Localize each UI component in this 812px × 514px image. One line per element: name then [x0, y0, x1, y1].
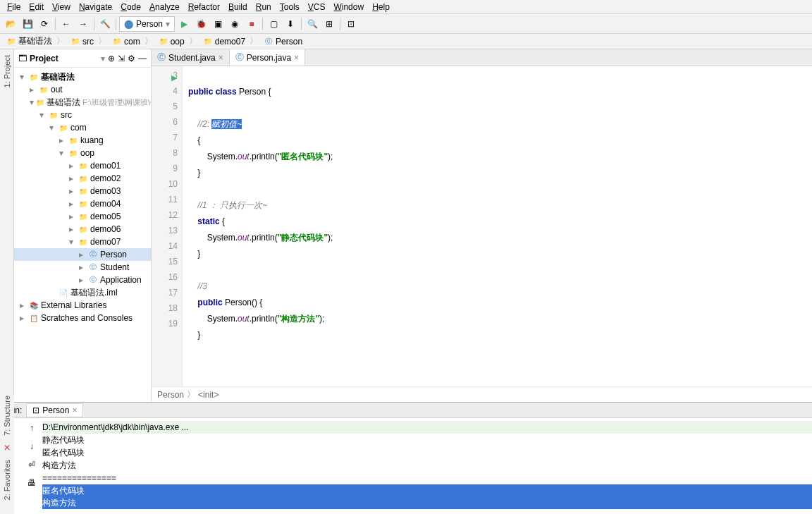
open-file-icon[interactable]: 📂	[3, 16, 18, 32]
tree-基础语法.iml[interactable]: 📄基础语法.iml	[14, 286, 151, 299]
run-config-selector[interactable]: ⬤Person▾	[119, 16, 175, 32]
tree-Person[interactable]: ▸ⒸPerson	[14, 248, 151, 261]
tree-Application[interactable]: ▸ⒸApplication	[14, 274, 151, 286]
menu-navigate[interactable]: Navigate	[75, 1, 116, 13]
tree-demo02[interactable]: ▸📁demo02	[14, 172, 151, 185]
run-tool-window: Run: ⊡ Person × ▶ ■ ⏸ ⊠ ⊟ 🗑 ↑ ↓ ⏎ 🖶 D:\E…	[0, 402, 812, 514]
nav-breadcrumb: 📁基础语法📁src📁com📁oop📁demo07ⒸPerson	[0, 34, 812, 49]
tab-Person.java[interactable]: ⒸPerson.java ×	[230, 49, 305, 66]
structure-tool-tab[interactable]: 7: Structure	[3, 396, 11, 436]
run-tab[interactable]: ⊡ Person ×	[26, 403, 83, 417]
close-icon[interactable]: ✕	[4, 443, 11, 453]
file-icon: Ⓒ	[235, 51, 244, 63]
down-icon[interactable]: ↓	[25, 439, 39, 453]
target-icon[interactable]: ⊕	[108, 54, 115, 63]
project-tool-tab[interactable]: 1: Project	[3, 55, 11, 87]
menu-vcs[interactable]: VCS	[304, 1, 330, 13]
tree-demo07[interactable]: ▾📁demo07	[14, 235, 151, 248]
menu-code[interactable]: Code	[116, 1, 145, 13]
close-icon[interactable]: ×	[219, 53, 223, 63]
tree-kuang[interactable]: ▸📁kuang	[14, 134, 151, 147]
more-icon[interactable]: ⊡	[343, 16, 359, 32]
tree-com[interactable]: ▾📁com	[14, 121, 151, 134]
menu-analyze[interactable]: Analyze	[145, 1, 184, 13]
tree-demo01[interactable]: ▸📁demo01	[14, 159, 151, 172]
tab-Student.java[interactable]: ⒸStudent.java ×	[152, 49, 230, 66]
console-output[interactable]: D:\Environment\jdk8\jdk\bin\java.exe ...…	[42, 418, 812, 514]
toolbar: 📂 💾 ⟳ ← → 🔨 ⬤Person▾ ▶ 🐞 ▣ ◉ ■ ▢ ⬇ 🔍 ⊞ ⊡	[0, 14, 812, 34]
menu-bar: FileEditViewNavigateCodeAnalyzeRefactorB…	[0, 0, 812, 14]
tree-External Libraries[interactable]: ▸📚External Libraries	[14, 299, 151, 312]
debug-icon[interactable]: 🐞	[193, 16, 209, 32]
menu-refactor[interactable]: Refactor	[184, 1, 224, 13]
save-icon[interactable]: 💾	[20, 16, 35, 32]
close-icon[interactable]: ×	[72, 405, 77, 415]
tree-demo03[interactable]: ▸📁demo03	[14, 185, 151, 197]
editor-breadcrumb: Person〉<init>	[152, 386, 812, 402]
hide-icon[interactable]: —	[138, 54, 147, 63]
project-view-icon: 🗔	[18, 54, 27, 63]
tree-src[interactable]: ▾📁src	[14, 109, 151, 121]
tree-基础语法[interactable]: ▾📁基础语法 F:\班级管理\网课班\代码\Ja	[14, 96, 151, 109]
tree-Scratches and Consoles[interactable]: ▸📋Scratches and Consoles	[14, 312, 151, 324]
tree-demo04[interactable]: ▸📁demo04	[14, 197, 151, 210]
refresh-icon[interactable]: ⟳	[37, 16, 52, 32]
project-tool-window: 🗔 Project ▾ ⊕ ⇲ ⚙ — ▾📁基础语法▸📁out▾📁基础语法 F:…	[14, 49, 152, 402]
tree-基础语法[interactable]: ▾📁基础语法	[14, 71, 151, 83]
gutter: 3▶45678910111213141516171819	[152, 66, 183, 386]
menu-build[interactable]: Build	[224, 1, 252, 13]
coverage-icon[interactable]: ▣	[210, 16, 226, 32]
breadcrumb-基础语法[interactable]: 📁基础语法	[4, 35, 67, 47]
run-icon[interactable]: ▶	[176, 16, 192, 32]
stop-icon[interactable]: ■	[244, 16, 259, 32]
project-title[interactable]: Project	[30, 54, 98, 63]
breadcrumb-src[interactable]: 📁src	[68, 35, 109, 47]
favorites-tool-tab[interactable]: 2: Favorites	[3, 460, 11, 500]
collapse-icon[interactable]: ⇲	[118, 54, 125, 63]
breadcrumb-demo07[interactable]: 📁demo07	[201, 35, 260, 47]
close-icon[interactable]: ×	[294, 53, 299, 63]
print-icon[interactable]: 🖶	[25, 476, 39, 490]
tree-demo05[interactable]: ▸📁demo05	[14, 210, 151, 223]
profile-icon[interactable]: ◉	[227, 16, 242, 32]
menu-view[interactable]: View	[48, 1, 75, 13]
menu-file[interactable]: File	[3, 1, 25, 13]
wrap-icon[interactable]: ⏎	[25, 458, 39, 472]
app-icon: ⊡	[32, 405, 39, 415]
search-icon[interactable]: 🔍	[304, 16, 320, 32]
tree-Student[interactable]: ▸ⒸStudent	[14, 261, 151, 274]
editor: ⒸStudent.java ×ⒸPerson.java × 3▶45678910…	[152, 49, 812, 402]
gear-icon[interactable]: ⚙	[128, 54, 135, 63]
menu-tools[interactable]: Tools	[276, 1, 304, 13]
up-icon[interactable]: ↑	[25, 421, 39, 435]
menu-help[interactable]: Help	[368, 1, 394, 13]
code-content[interactable]: public class Person { //2: 赋初值~ { System…	[183, 66, 812, 386]
sdk-icon[interactable]: ⬇	[283, 16, 298, 32]
tree-demo06[interactable]: ▸📁demo06	[14, 223, 151, 235]
editor-tabs: ⒸStudent.java ×ⒸPerson.java ×	[152, 49, 812, 66]
menu-window[interactable]: Window	[329, 1, 368, 13]
redo-icon[interactable]: →	[75, 16, 91, 32]
menu-edit[interactable]: Edit	[25, 1, 48, 13]
project-tree[interactable]: ▾📁基础语法▸📁out▾📁基础语法 F:\班级管理\网课班\代码\Ja▾📁src…	[14, 68, 151, 402]
tree-oop[interactable]: ▾📁oop	[14, 147, 151, 159]
breadcrumb-com[interactable]: 📁com	[110, 35, 155, 47]
avd-icon[interactable]: ▢	[266, 16, 281, 32]
undo-icon[interactable]: ←	[59, 16, 74, 32]
build-icon[interactable]: 🔨	[97, 16, 113, 32]
menu-run[interactable]: Run	[252, 1, 276, 13]
left-gutter: 1: Project	[0, 49, 14, 402]
file-icon: Ⓒ	[157, 51, 166, 63]
project-header: 🗔 Project ▾ ⊕ ⇲ ⚙ —	[14, 49, 151, 68]
breadcrumb-Person[interactable]: ⒸPerson	[262, 37, 309, 47]
tree-out[interactable]: ▸📁out	[14, 83, 151, 96]
breadcrumb-oop[interactable]: 📁oop	[156, 35, 199, 47]
structure-icon[interactable]: ⊞	[321, 16, 337, 32]
